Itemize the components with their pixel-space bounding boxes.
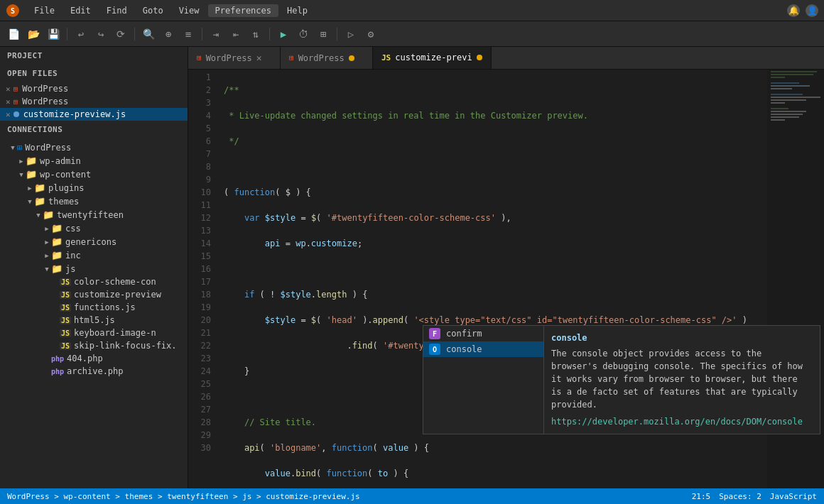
menu-goto[interactable]: Goto bbox=[136, 4, 170, 17]
tree-arrow-js: ▼ bbox=[43, 265, 51, 273]
notification-icon[interactable]: 🔔 bbox=[787, 4, 800, 17]
main-layout: Project Open Files ✕ ⊞ WordPress ✕ ⊞ Wor… bbox=[0, 47, 824, 488]
search-btn[interactable]: 🔍 bbox=[141, 26, 156, 42]
tab-label-2: WordPress bbox=[298, 53, 345, 63]
tree-wp-admin-label: wp-admin bbox=[40, 156, 81, 166]
line-numbers: 1234 5678 9101112 13141516 17181920 2122… bbox=[188, 70, 217, 488]
menu-edit[interactable]: Edit bbox=[63, 4, 98, 17]
tree-customize-preview[interactable]: JS customize-preview bbox=[0, 288, 188, 301]
tree-arrow-twentyfifteen: ▼ bbox=[34, 212, 43, 219]
tree-skip-link[interactable]: JS skip-link-focus-fix. bbox=[0, 339, 188, 352]
autocomplete-item-console[interactable]: O console bbox=[423, 341, 543, 357]
detail-link[interactable]: https://developer.mozilla.org/en/docs/DO… bbox=[551, 417, 803, 427]
tree-customize-preview-label: customize-preview bbox=[74, 290, 161, 300]
search-replace-btn[interactable]: ⊕ bbox=[161, 26, 176, 42]
tree-arrow-css: ▶ bbox=[43, 225, 51, 232]
detail-title: console bbox=[551, 332, 813, 344]
tab-wordpress-1[interactable]: ⊞ WordPress ✕ bbox=[188, 47, 281, 69]
tree-themes[interactable]: ▼ 📁 themes bbox=[0, 195, 188, 208]
titlebar: S File Edit Find Goto View Preferences H… bbox=[0, 0, 824, 21]
wrap-btn[interactable]: ≡ bbox=[180, 26, 196, 42]
close-file-3[interactable]: ✕ bbox=[6, 110, 11, 119]
svg-rect-6 bbox=[771, 85, 810, 87]
tree-twentyfifteen[interactable]: ▼ 📁 twentyfifteen bbox=[0, 208, 188, 221]
tab-customize-preview[interactable]: JS customize-previ bbox=[373, 47, 492, 69]
open-file-2[interactable]: ✕ ⊞ WordPress bbox=[0, 95, 188, 108]
tree-wp-admin[interactable]: ▶ 📁 wp-admin bbox=[0, 154, 188, 168]
svg-rect-15 bbox=[771, 116, 799, 118]
tree-functions[interactable]: JS functions.js bbox=[0, 301, 188, 314]
tree-archive-label: archive.php bbox=[67, 366, 123, 376]
play-btn[interactable]: ▷ bbox=[343, 26, 359, 42]
undo-btn[interactable]: ↩ bbox=[73, 26, 89, 42]
menu-preferences[interactable]: Preferences bbox=[208, 4, 278, 17]
tab-modified-dot-3 bbox=[477, 55, 482, 60]
user-avatar[interactable]: 👤 bbox=[806, 4, 818, 17]
language-mode[interactable]: JavaScript bbox=[770, 492, 817, 501]
html-icon-1: ⊞ bbox=[13, 84, 18, 94]
cursor-position[interactable]: 21:5 bbox=[692, 492, 711, 501]
tree-404[interactable]: php 404.php bbox=[0, 352, 188, 365]
svg-rect-2 bbox=[771, 71, 817, 72]
autocomplete-popup: F confirm O console console The console … bbox=[423, 325, 820, 434]
close-file-1[interactable]: ✕ bbox=[6, 84, 11, 94]
indent-btn[interactable]: ⇥ bbox=[208, 26, 224, 42]
folder-js-icon: 📁 bbox=[51, 263, 63, 274]
tab-wordpress-2[interactable]: ⊞ WordPress bbox=[281, 47, 373, 69]
toolbar-sep-5 bbox=[337, 28, 337, 40]
tree-keyboard-image[interactable]: JS keyboard-image-n bbox=[0, 327, 188, 339]
tree-wordpress[interactable]: ▼ ⊞ WordPress bbox=[0, 141, 188, 154]
tree-wp-content[interactable]: ▼ 📁 wp-content bbox=[0, 168, 188, 181]
js-file-icon-2: JS bbox=[60, 291, 71, 299]
code-editor[interactable]: 1234 5678 9101112 13141516 17181920 2122… bbox=[188, 70, 824, 488]
refresh-btn[interactable]: ⟳ bbox=[113, 26, 129, 42]
wordpress-db-icon: ⊞ bbox=[17, 143, 22, 153]
tree-color-scheme[interactable]: JS color-scheme-con bbox=[0, 275, 188, 288]
tree-js[interactable]: ▼ 📁 js bbox=[0, 262, 188, 275]
close-file-2[interactable]: ✕ bbox=[6, 97, 11, 106]
menu-find[interactable]: Find bbox=[99, 4, 134, 17]
tab-close-1[interactable]: ✕ bbox=[256, 53, 262, 63]
screenshot-btn[interactable]: ⊞ bbox=[315, 26, 331, 42]
history-btn[interactable]: ⏱ bbox=[296, 26, 311, 42]
open-file-3[interactable]: ✕ customize-preview.js bbox=[0, 108, 188, 121]
outdent-btn[interactable]: ⇤ bbox=[228, 26, 244, 42]
spaces-setting[interactable]: Spaces: 2 bbox=[719, 492, 761, 501]
tree-twentyfifteen-label: twentyfifteen bbox=[57, 210, 124, 220]
tree-arrow-plugins: ▶ bbox=[26, 185, 34, 192]
app-logo: S bbox=[6, 4, 20, 18]
connections-label: Connections bbox=[0, 121, 188, 138]
settings-btn[interactable]: ⚙ bbox=[363, 26, 379, 42]
ac-label-console: console bbox=[446, 344, 482, 354]
menu-view[interactable]: View bbox=[172, 4, 207, 17]
sort-btn[interactable]: ⇅ bbox=[248, 26, 264, 42]
tree-arrow-wp-admin: ▶ bbox=[17, 158, 26, 165]
autocomplete-item-confirm[interactable]: F confirm bbox=[423, 326, 543, 341]
menu-help[interactable]: Help bbox=[280, 4, 315, 17]
tree-404-label: 404.php bbox=[67, 354, 103, 363]
tabs-bar: ⊞ WordPress ✕ ⊞ WordPress JS customize-p… bbox=[188, 47, 824, 70]
run-btn[interactable]: ▶ bbox=[276, 26, 291, 42]
tree-inc-label: inc bbox=[65, 251, 81, 261]
tree-html5[interactable]: JS html5.js bbox=[0, 314, 188, 327]
tree-plugins[interactable]: ▶ 📁 plugins bbox=[0, 181, 188, 195]
new-file-btn[interactable]: 📄 bbox=[6, 26, 21, 42]
menu-file[interactable]: File bbox=[27, 4, 62, 17]
tree-plugins-label: plugins bbox=[48, 183, 85, 193]
menu-bar: File Edit Find Goto View Preferences Hel… bbox=[27, 4, 787, 17]
tree-keyboard-image-label: keyboard-image-n bbox=[74, 328, 156, 338]
breadcrumb: WordPress > wp-content > themes > twenty… bbox=[7, 492, 360, 501]
statusbar-right: 21:5 Spaces: 2 JavaScript bbox=[692, 492, 817, 501]
svg-rect-10 bbox=[771, 99, 806, 101]
open-file-btn[interactable]: 📂 bbox=[26, 26, 41, 42]
save-file-btn[interactable]: 💾 bbox=[45, 26, 61, 42]
statusbar: WordPress > wp-content > themes > twenty… bbox=[0, 488, 824, 504]
svg-rect-9 bbox=[771, 97, 820, 98]
tree-css[interactable]: ▶ 📁 css bbox=[0, 221, 188, 235]
tree-archive[interactable]: php archive.php bbox=[0, 365, 188, 378]
toolbar-sep-4 bbox=[269, 28, 270, 40]
redo-btn[interactable]: ↪ bbox=[93, 26, 109, 42]
tree-inc[interactable]: ▶ 📁 inc bbox=[0, 248, 188, 262]
tree-genericons[interactable]: ▶ 📁 genericons bbox=[0, 235, 188, 248]
open-file-1[interactable]: ✕ ⊞ WordPress bbox=[0, 82, 188, 95]
